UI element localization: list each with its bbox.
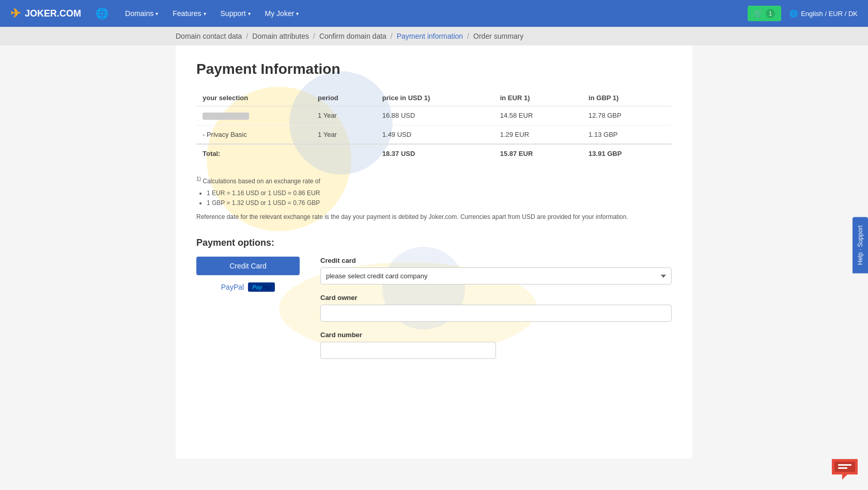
payment-options-title: Payment options: bbox=[196, 238, 672, 248]
tab-credit-card[interactable]: Credit Card bbox=[196, 257, 300, 275]
help-sidebar-label: Help · Support bbox=[857, 225, 864, 265]
breadcrumb-sep-4: / bbox=[467, 32, 469, 40]
dropdown-arrow: ▾ bbox=[296, 11, 299, 17]
paypal-logo: PayPal bbox=[248, 282, 275, 292]
row1-eur: 14.58 EUR bbox=[494, 106, 582, 125]
payment-layout: Credit Card PayPal PayPal Credit card pl… bbox=[196, 257, 672, 368]
page-title: Payment Information bbox=[196, 61, 672, 77]
cc-type-group: Credit card please select credit card co… bbox=[320, 257, 672, 284]
card-owner-group: Card owner bbox=[320, 294, 672, 322]
footnote-superscript: 1) bbox=[196, 176, 201, 182]
row2-selection: - Privacy Basic bbox=[196, 125, 312, 144]
row1-usd: 16.88 USD bbox=[376, 106, 494, 125]
footnotes: 1) Calculations based on an exchange rat… bbox=[196, 175, 672, 223]
breadcrumb-bar: Domain contact data / Domain attributes … bbox=[0, 27, 868, 45]
breadcrumb-payment: Payment information bbox=[397, 32, 463, 40]
main-wrapper: Payment Information your selection perio… bbox=[176, 45, 692, 459]
cart-button[interactable]: 🛒 1 bbox=[748, 6, 781, 21]
row1-selection bbox=[196, 106, 312, 125]
breadcrumb-attributes[interactable]: Domain attributes bbox=[252, 32, 309, 40]
total-period bbox=[312, 144, 376, 163]
content-inner: Payment Information your selection perio… bbox=[196, 61, 672, 368]
nav-my-joker[interactable]: My Joker ▾ bbox=[259, 6, 305, 21]
col-usd: price in USD 1) bbox=[376, 90, 494, 106]
chat-widget[interactable] bbox=[832, 454, 858, 459]
table-row: 1 Year 16.88 USD 14.58 EUR 12.78 GBP bbox=[196, 106, 672, 125]
payment-tabs: Credit Card PayPal PayPal bbox=[196, 257, 300, 297]
total-gbp: 13.91 GBP bbox=[582, 144, 672, 163]
row1-period: 1 Year bbox=[312, 106, 376, 125]
nav-features[interactable]: Features ▾ bbox=[166, 6, 212, 21]
navbar-right: 🛒 1 🌐 English / EUR / DK bbox=[748, 6, 858, 21]
list-item: 1 EUR = 1.16 USD or 1 USD = 0.86 EUR bbox=[207, 188, 672, 198]
row2-period: 1 Year bbox=[312, 125, 376, 144]
dropdown-arrow: ▾ bbox=[204, 11, 206, 17]
domain-name-blurred bbox=[203, 113, 249, 120]
chat-icon bbox=[832, 454, 858, 459]
nav-domains[interactable]: Domains ▾ bbox=[119, 6, 164, 21]
col-eur: in EUR 1) bbox=[494, 90, 582, 106]
row2-eur: 1.29 EUR bbox=[494, 125, 582, 144]
brand-name: JOKER.COM bbox=[25, 8, 81, 19]
help-sidebar[interactable]: Help · Support bbox=[853, 217, 868, 273]
row2-gbp: 1.13 GBP bbox=[582, 125, 672, 144]
footnote-intro-text: Calculations based on an exchange rate o… bbox=[203, 178, 320, 185]
globe-icon: 🌐 bbox=[96, 7, 109, 20]
list-item: 1 GBP = 1.32 USD or 1 USD = 0.76 GBP bbox=[207, 198, 672, 208]
row1-gbp: 12.78 GBP bbox=[582, 106, 672, 125]
col-period: period bbox=[312, 90, 376, 106]
paypal-text: PayPal bbox=[221, 283, 244, 291]
total-usd: 18.37 USD bbox=[376, 144, 494, 163]
footnote-note: Reference date for the relevant exchange… bbox=[196, 212, 672, 222]
cart-count: 1 bbox=[766, 9, 775, 18]
flag-icon: 🌐 bbox=[789, 10, 798, 18]
card-number-label: Card number bbox=[320, 331, 672, 339]
table-row: - Privacy Basic 1 Year 1.49 USD 1.29 EUR… bbox=[196, 125, 672, 144]
row2-usd: 1.49 USD bbox=[376, 125, 494, 144]
total-label: Total: bbox=[196, 144, 312, 163]
total-row: Total: 18.37 USD 15.87 EUR 13.91 GBP bbox=[196, 144, 672, 163]
cart-icon: 🛒 bbox=[754, 9, 763, 18]
breadcrumb-confirm[interactable]: Confirm domain data bbox=[319, 32, 386, 40]
card-owner-label: Card owner bbox=[320, 294, 672, 302]
navbar: ✈ JOKER.COM 🌐 Domains ▾ Features ▾ Suppo… bbox=[0, 0, 868, 27]
col-selection: your selection bbox=[196, 90, 312, 106]
price-table: your selection period price in USD 1) in… bbox=[196, 90, 672, 163]
footnote-list: 1 EUR = 1.16 USD or 1 USD = 0.86 EUR 1 G… bbox=[207, 188, 672, 208]
dropdown-arrow: ▾ bbox=[156, 11, 158, 17]
cc-label: Credit card bbox=[320, 257, 672, 264]
main-content: Payment Information your selection perio… bbox=[176, 45, 692, 459]
language-selector[interactable]: 🌐 English / EUR / DK bbox=[789, 10, 858, 18]
total-eur: 15.87 EUR bbox=[494, 144, 582, 163]
tab-paypal[interactable]: PayPal PayPal bbox=[196, 277, 300, 297]
breadcrumb-contact[interactable]: Domain contact data bbox=[176, 32, 242, 40]
card-number-input[interactable] bbox=[320, 342, 496, 359]
footnote-intro: 1) Calculations based on an exchange rat… bbox=[196, 175, 672, 186]
breadcrumb-sep-2: / bbox=[313, 32, 315, 40]
credit-card-form: Credit card please select credit card co… bbox=[320, 257, 672, 368]
brand-logo[interactable]: ✈ JOKER.COM bbox=[10, 6, 81, 21]
col-gbp: in GBP 1) bbox=[582, 90, 672, 106]
nav-support[interactable]: Support ▾ bbox=[214, 6, 257, 21]
lang-label: English / EUR / DK bbox=[801, 10, 858, 18]
breadcrumb-order-summary[interactable]: Order summary bbox=[473, 32, 523, 40]
logo-icon: ✈ bbox=[10, 6, 21, 21]
nav-links: Domains ▾ Features ▾ Support ▾ My Joker … bbox=[119, 6, 737, 21]
card-number-group: Card number bbox=[320, 331, 672, 359]
dropdown-arrow: ▾ bbox=[248, 11, 251, 17]
card-owner-input[interactable] bbox=[320, 305, 672, 322]
cc-select[interactable]: please select credit card company Visa M… bbox=[320, 267, 672, 284]
breadcrumb-sep-1: / bbox=[246, 32, 248, 40]
breadcrumb-sep-3: / bbox=[391, 32, 393, 40]
